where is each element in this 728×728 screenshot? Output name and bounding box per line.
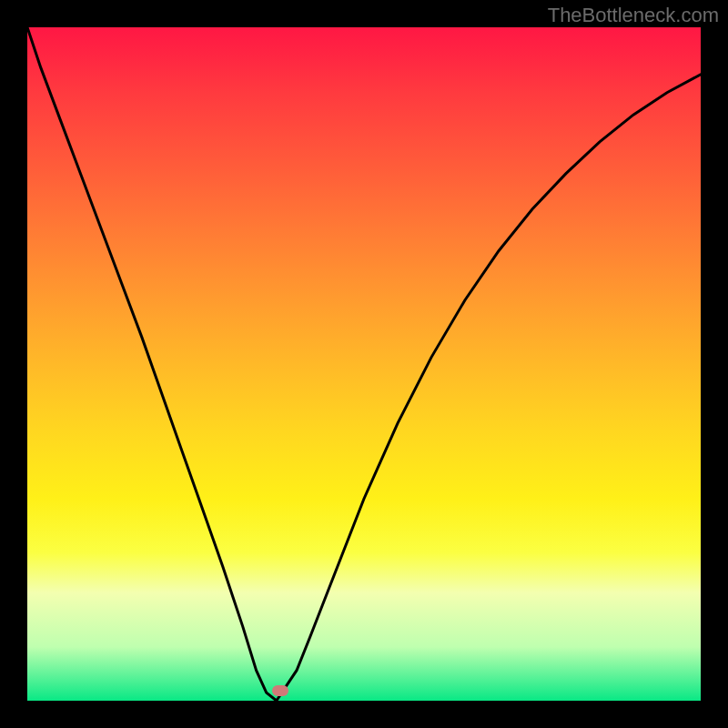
watermark-text: TheBottleneck.com bbox=[548, 4, 719, 27]
bottleneck-curve bbox=[27, 27, 701, 701]
optimal-point-marker bbox=[272, 685, 288, 696]
curve-svg bbox=[27, 27, 701, 701]
chart-plot-area bbox=[27, 27, 701, 701]
